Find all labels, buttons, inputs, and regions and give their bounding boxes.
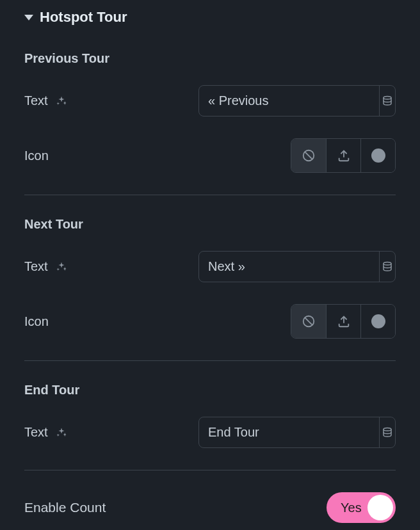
next-icon-color-button[interactable] <box>360 305 395 338</box>
sparkle-icon <box>56 95 67 107</box>
divider <box>24 360 396 361</box>
chevron-down-icon <box>24 15 33 20</box>
section-title: Hotspot Tour <box>40 9 127 26</box>
end-text-row: Text <box>24 417 396 448</box>
next-icon-upload-button[interactable] <box>326 305 360 338</box>
divider <box>24 195 396 195</box>
previous-text-input-group <box>198 85 396 116</box>
enable-count-label: Enable Count <box>24 500 106 515</box>
previous-text-dynamic-button[interactable] <box>379 86 395 116</box>
end-text-label: Text <box>24 425 48 440</box>
next-text-row: Text <box>24 251 396 282</box>
divider <box>24 470 396 470</box>
previous-icon-color-button[interactable] <box>360 139 395 172</box>
end-text-label-wrap: Text <box>24 425 67 440</box>
sparkle-icon <box>56 427 67 438</box>
next-tour-heading: Next Tour <box>24 217 396 232</box>
previous-text-label: Text <box>24 93 48 108</box>
previous-icon-none-button[interactable] <box>291 139 326 172</box>
previous-icon-upload-button[interactable] <box>326 139 360 172</box>
previous-tour-heading: Previous Tour <box>24 51 396 66</box>
enable-count-toggle[interactable]: Yes <box>327 492 396 523</box>
next-text-label-wrap: Text <box>24 259 67 274</box>
next-text-input-group <box>198 251 396 282</box>
next-icon-row: Icon <box>24 304 396 339</box>
previous-text-label-wrap: Text <box>24 93 67 108</box>
next-text-label: Text <box>24 259 48 274</box>
next-text-dynamic-button[interactable] <box>379 252 395 282</box>
previous-icon-group <box>291 138 396 173</box>
next-icon-group <box>291 304 396 339</box>
section-header[interactable]: Hotspot Tour <box>24 9 396 26</box>
next-icon-label: Icon <box>24 314 49 329</box>
end-tour-heading: End Tour <box>24 383 396 398</box>
previous-icon-label: Icon <box>24 149 49 163</box>
end-text-dynamic-button[interactable] <box>379 417 395 447</box>
enable-count-row: Enable Count Yes <box>24 492 396 523</box>
end-text-input-group <box>198 417 396 448</box>
circle-icon <box>371 149 385 163</box>
next-icon-none-button[interactable] <box>291 305 326 338</box>
circle-icon <box>371 314 385 328</box>
previous-icon-row: Icon <box>24 138 396 173</box>
svg-line-5 <box>305 317 312 325</box>
svg-point-6 <box>384 428 391 431</box>
svg-point-3 <box>384 262 391 265</box>
sparkle-icon <box>56 261 67 273</box>
svg-line-2 <box>305 152 312 159</box>
previous-text-row: Text <box>24 85 396 116</box>
toggle-knob <box>368 495 393 520</box>
toggle-state-text: Yes <box>341 501 362 515</box>
svg-point-0 <box>384 96 391 99</box>
previous-text-input[interactable] <box>199 86 379 116</box>
end-text-input[interactable] <box>199 417 379 447</box>
next-text-input[interactable] <box>199 252 379 282</box>
